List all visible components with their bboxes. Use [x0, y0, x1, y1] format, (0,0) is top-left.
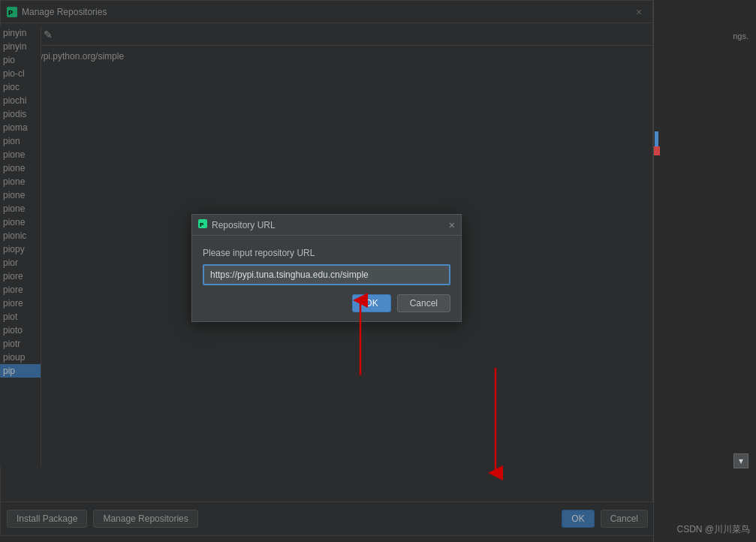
right-panel: ngs. ▾: [653, 0, 756, 542]
repo-dialog: P Repository URL × Please input reposito…: [191, 214, 462, 322]
watermark: CSDN @川川菜鸟: [676, 523, 750, 536]
dialog-close-btn[interactable]: ×: [449, 219, 455, 231]
dialog-title: Repository URL: [212, 220, 449, 230]
dialog-titlebar: P Repository URL ×: [192, 215, 461, 236]
settings-text: ngs.: [733, 32, 748, 41]
dialog-icon: P: [198, 219, 207, 230]
dialog-ok-btn[interactable]: OK: [352, 294, 390, 312]
dialog-cancel-btn[interactable]: Cancel: [397, 294, 450, 312]
dialog-buttons: OK Cancel: [203, 294, 450, 312]
dialog-label: Please input repository URL: [203, 248, 450, 258]
svg-text:P: P: [200, 221, 204, 228]
dropdown-btn[interactable]: ▾: [733, 453, 748, 468]
red-indicator: [654, 146, 660, 155]
modal-overlay: P Repository URL × Please input reposito…: [0, 0, 653, 536]
dialog-body: Please input repository URL OK Cancel: [192, 236, 461, 321]
repo-url-input[interactable]: [203, 264, 450, 285]
